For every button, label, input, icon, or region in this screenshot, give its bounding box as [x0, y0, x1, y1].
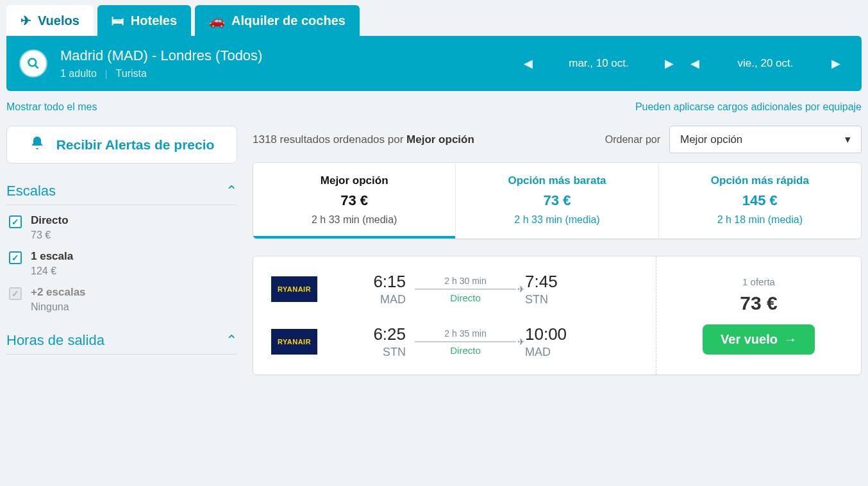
inbound-duration: 2 h 35 min	[415, 328, 516, 339]
inbound-route: 2 h 35 min ✈ Directo	[411, 328, 520, 356]
filter-stop-item: Directo73 €	[6, 205, 237, 241]
arrow-right-icon: →	[784, 332, 797, 347]
filter-stops-title: Escalas	[6, 183, 56, 199]
inbound-leg: RYANAIR 6:25 STN 2 h 35 min ✈ Directo 10…	[271, 324, 649, 359]
option-price: 145 €	[664, 192, 856, 209]
sort-value: Mejor opción	[680, 133, 742, 146]
search-icon	[27, 57, 40, 70]
outbound-arr-time: 7:45	[525, 272, 608, 292]
stop-checkbox[interactable]	[9, 251, 22, 264]
outbound-dep: 6:15 MAD	[322, 272, 406, 306]
tab-flights[interactable]: ✈ Vuelos	[6, 5, 94, 36]
flight-legs: RYANAIR 6:15 MAD 2 h 30 min ✈ Directo 7:…	[253, 256, 656, 374]
depart-next[interactable]: ▶	[663, 56, 676, 71]
divider	[6, 354, 237, 355]
view-flight-button[interactable]: Ver vuelo →	[703, 324, 815, 355]
stop-label: +2 escalas	[31, 286, 86, 299]
sort-options-row: Mejor opción73 €2 h 33 min (media)Opción…	[253, 162, 862, 239]
results-sort-name: Mejor opción	[406, 133, 474, 146]
search-route[interactable]: Madrid (MAD) - Londres (Todos)	[60, 47, 262, 64]
filter-stop-item: 1 escala124 €	[6, 241, 237, 277]
cabin-label: Turista	[116, 68, 147, 79]
stop-checkbox[interactable]	[9, 215, 22, 228]
option-price: 73 €	[258, 192, 450, 209]
price-alert-button[interactable]: Recibir Alertas de precio	[6, 126, 237, 163]
airline-logo: RYANAIR	[271, 329, 317, 355]
outbound-dep-code: MAD	[322, 293, 406, 306]
svg-line-1	[35, 65, 38, 69]
inbound-type: Directo	[415, 345, 516, 356]
outbound-route: 2 h 30 min ✈ Directo	[411, 276, 520, 303]
option-title: Opción más rápida	[664, 174, 856, 187]
results-count: 1318 resultados ordenados por	[253, 133, 406, 146]
inbound-dep: 6:25 STN	[322, 324, 406, 359]
outbound-arr-code: STN	[525, 293, 608, 306]
baggage-fees-link[interactable]: Pueden aplicarse cargos adicionales por …	[635, 101, 862, 113]
main-tabs: ✈ Vuelos 🛏 Hoteles 🚗 Alquiler de coches	[0, 0, 868, 36]
dropdown-icon: ▾	[845, 133, 851, 146]
tab-cars-label: Alquiler de coches	[231, 13, 346, 28]
chevron-up-icon: ⌃	[226, 183, 237, 199]
sort-option-card[interactable]: Opción más rápida145 €2 h 18 min (media)	[658, 163, 861, 239]
offers-count: 1 oferta	[742, 276, 775, 287]
stop-label: Directo	[31, 214, 69, 227]
inbound-dep-time: 6:25	[322, 324, 406, 344]
plane-icon: ✈	[517, 337, 525, 347]
filter-stops-header[interactable]: Escalas ⌃	[6, 183, 237, 205]
tab-hotels-label: Hoteles	[131, 13, 177, 28]
return-next[interactable]: ▶	[830, 56, 842, 71]
car-icon: 🚗	[209, 13, 225, 28]
outbound-dep-time: 6:15	[322, 272, 406, 292]
plane-icon: ✈	[21, 13, 31, 28]
depart-prev[interactable]: ◀	[522, 56, 535, 71]
stop-price: 124 €	[31, 265, 73, 277]
sort-label: Ordenar por	[605, 134, 660, 146]
bed-icon: 🛏	[112, 13, 124, 28]
tab-hotels[interactable]: 🛏 Hoteles	[97, 5, 191, 36]
subheader: Mostrar todo el mes Pueden aplicarse car…	[0, 91, 868, 119]
search-button[interactable]	[19, 49, 47, 78]
option-title: Opción más barata	[461, 174, 653, 187]
filter-stop-item: +2 escalasNinguna	[6, 277, 237, 313]
sort-option-card[interactable]: Opción más barata73 €2 h 33 min (media)	[455, 163, 658, 239]
return-prev[interactable]: ◀	[689, 56, 701, 71]
date-nav: ◀ mar., 10 oct. ▶ ◀ vie., 20 oct. ▶	[515, 56, 849, 71]
sort-select[interactable]: Mejor opción ▾	[669, 126, 862, 153]
sidebar: Recibir Alertas de precio Escalas ⌃ Dire…	[6, 126, 237, 355]
depart-date[interactable]: mar., 10 oct.	[547, 57, 650, 70]
option-detail: 2 h 33 min (media)	[461, 214, 653, 226]
filter-stops: Escalas ⌃ Directo73 €1 escala124 €+2 esc…	[6, 183, 237, 313]
card-price: 73 €	[740, 292, 777, 314]
cta-label: Ver vuelo	[721, 332, 778, 347]
sort-option-card[interactable]: Mejor opción73 €2 h 33 min (media)	[253, 163, 455, 239]
inbound-dep-code: STN	[322, 346, 406, 359]
price-panel: 1 oferta 73 € Ver vuelo →	[656, 256, 861, 374]
svg-point-0	[29, 59, 37, 67]
airline-logo: RYANAIR	[271, 276, 317, 302]
stop-price: Ninguna	[31, 301, 86, 313]
tab-cars[interactable]: 🚗 Alquiler de coches	[195, 5, 360, 36]
outbound-leg: RYANAIR 6:15 MAD 2 h 30 min ✈ Directo 7:…	[271, 272, 649, 306]
results-content: 1318 resultados ordenados por Mejor opci…	[253, 126, 862, 375]
return-date[interactable]: vie., 20 oct.	[714, 57, 817, 70]
search-meta: 1 adulto Turista	[60, 68, 262, 80]
filter-departure-title: Horas de salida	[6, 332, 104, 349]
inbound-arr: 10:00 MAD	[525, 324, 608, 359]
price-alert-label: Recibir Alertas de precio	[56, 136, 215, 153]
option-detail: 2 h 33 min (media)	[258, 214, 450, 226]
stop-label: 1 escala	[31, 250, 73, 263]
option-price: 73 €	[461, 192, 653, 209]
option-title: Mejor opción	[258, 174, 450, 187]
show-month-link[interactable]: Mostrar todo el mes	[6, 101, 97, 113]
outbound-arr: 7:45 STN	[525, 272, 608, 306]
depart-date-block: ◀ mar., 10 oct. ▶	[515, 56, 682, 71]
search-bar: Madrid (MAD) - Londres (Todos) 1 adulto …	[6, 36, 862, 91]
stop-price: 73 €	[31, 230, 69, 241]
tab-flights-label: Vuelos	[38, 13, 79, 28]
divider	[106, 70, 106, 79]
inbound-arr-time: 10:00	[525, 324, 608, 344]
inbound-arr-code: MAD	[525, 346, 608, 359]
return-date-block: ◀ vie., 20 oct. ▶	[682, 56, 849, 71]
option-detail: 2 h 18 min (media)	[664, 214, 856, 226]
filter-departure-header[interactable]: Horas de salida ⌃	[6, 332, 237, 354]
